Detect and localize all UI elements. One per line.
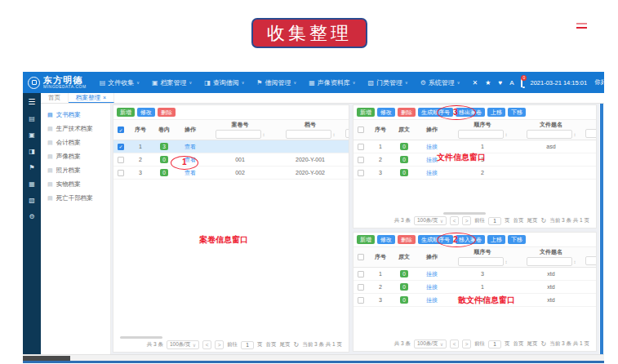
prev-page-button[interactable]: < bbox=[450, 216, 459, 225]
last-page-button[interactable]: 尾页 bbox=[527, 217, 538, 224]
table-row[interactable]: ✓ 1 3 查看 bbox=[113, 140, 349, 153]
row-checkbox[interactable] bbox=[118, 157, 124, 163]
nav-item-category-manage[interactable]: ▧ 门类管理 ∨ bbox=[367, 78, 407, 87]
refresh-icon[interactable]: ↻ bbox=[541, 340, 547, 348]
tab-home[interactable]: 首页 bbox=[41, 93, 69, 103]
add-button[interactable]: 新增 bbox=[357, 235, 375, 244]
delete-button[interactable]: 删除 bbox=[398, 235, 416, 244]
order-no-filter-input[interactable] bbox=[458, 130, 504, 139]
tree-item-production-tech[interactable]: ▤ 生产技术档案 bbox=[41, 122, 110, 135]
tree-item-accounting[interactable]: ▤ 会计档案 bbox=[41, 135, 110, 149]
add-button[interactable]: 新增 bbox=[357, 108, 375, 117]
table-row[interactable]: 3 0 查看 002 2020-Y-002 bbox=[113, 166, 349, 180]
notification-bell-icon[interactable]: 0 bbox=[521, 79, 522, 87]
move-down-button[interactable]: 下移 bbox=[508, 235, 526, 244]
view-link[interactable]: 查看 bbox=[185, 143, 196, 151]
cut-filter-input[interactable] bbox=[585, 256, 597, 265]
first-page-button[interactable]: 首页 bbox=[266, 341, 277, 348]
row-checkbox[interactable] bbox=[358, 284, 364, 291]
select-all-checkbox[interactable] bbox=[358, 127, 364, 133]
table-row[interactable]: 2 0 挂接 1 xtd bbox=[353, 281, 596, 294]
greeting-user[interactable]: 你好 管理员 bbox=[594, 78, 618, 87]
first-page-button[interactable]: 首页 bbox=[514, 340, 524, 348]
tree-item-audio-visual[interactable]: ▤ 声像档案 bbox=[41, 149, 110, 163]
edit-button[interactable]: 修改 bbox=[377, 108, 395, 117]
attach-link[interactable]: 挂接 bbox=[426, 296, 438, 304]
row-checkbox[interactable] bbox=[118, 170, 124, 176]
table-row[interactable]: 3 0 挂接 2 bbox=[353, 166, 596, 180]
theme-icon[interactable]: ♥ bbox=[498, 79, 502, 87]
first-page-button[interactable]: 首页 bbox=[514, 217, 524, 224]
tab-archive-organize[interactable]: 档案整理 × bbox=[69, 93, 114, 103]
last-page-button[interactable]: 尾页 bbox=[280, 341, 291, 348]
horizontal-scrollbar[interactable] bbox=[23, 354, 604, 361]
sort-icon[interactable]: ↕ bbox=[574, 132, 576, 137]
attach-link[interactable]: 挂接 bbox=[426, 283, 438, 291]
nav-item-search-borrow[interactable]: ◨ 查询借阅 ∨ bbox=[204, 78, 244, 87]
cut-filter-input[interactable] bbox=[345, 129, 349, 138]
page-number-input[interactable] bbox=[488, 217, 501, 225]
case-no-filter-input[interactable] bbox=[216, 130, 261, 139]
category-manage-icon[interactable]: ▧ bbox=[29, 198, 35, 204]
file-no-filter-input[interactable] bbox=[286, 130, 331, 139]
star-icon[interactable]: ★ bbox=[485, 79, 491, 87]
media-library-icon[interactable]: ▦ bbox=[29, 181, 35, 188]
tree-item-photo[interactable]: ▤ 照片档案 bbox=[41, 163, 110, 177]
move-up-button[interactable]: 上移 bbox=[487, 235, 505, 244]
delete-button[interactable]: 删除 bbox=[158, 108, 176, 117]
page-size-select[interactable]: 100条/页∨ bbox=[414, 216, 447, 225]
move-up-button[interactable]: 上移 bbox=[487, 108, 505, 117]
sort-icon[interactable]: ↕ bbox=[333, 132, 336, 137]
attach-link[interactable]: 挂接 bbox=[426, 169, 438, 177]
font-size-icon[interactable]: A bbox=[509, 79, 514, 87]
row-checkbox[interactable] bbox=[358, 297, 364, 304]
page-number-input[interactable] bbox=[488, 340, 501, 348]
nav-item-media-library[interactable]: ▦ 声像资料库 ∨ bbox=[309, 78, 355, 87]
table-row[interactable]: 2 0 查看 001 2020-Y-001 bbox=[113, 153, 349, 166]
row-checkbox[interactable] bbox=[358, 157, 364, 163]
table-hscroll-thumb[interactable] bbox=[443, 212, 486, 215]
next-page-button[interactable]: > bbox=[462, 216, 471, 225]
sort-icon[interactable]: ↕ bbox=[574, 260, 576, 264]
borrow-manage-icon[interactable]: ⚑ bbox=[29, 165, 34, 171]
edit-button[interactable]: 修改 bbox=[377, 235, 395, 244]
table-row[interactable]: 1 0 挂接 3 xtd bbox=[353, 268, 596, 281]
tree-item-physical[interactable]: ▤ 实物档案 bbox=[41, 177, 110, 191]
attach-link[interactable]: 挂接 bbox=[426, 156, 438, 164]
prev-page-button[interactable]: < bbox=[202, 340, 211, 349]
close-icon[interactable]: × bbox=[103, 95, 106, 100]
sort-icon[interactable]: ↕ bbox=[505, 260, 508, 264]
row-checkbox[interactable]: ✓ bbox=[118, 144, 124, 150]
nav-item-system-manage[interactable]: ⚙ 系统管理 ∨ bbox=[420, 78, 460, 87]
menu-icon[interactable]: ☰ bbox=[29, 98, 36, 106]
edit-button[interactable]: 修改 bbox=[137, 108, 155, 117]
view-link[interactable]: 查看 bbox=[185, 169, 196, 177]
system-manage-icon[interactable]: ⚙ bbox=[29, 214, 34, 220]
page-size-select[interactable]: 100条/页∨ bbox=[414, 340, 447, 348]
title-filter-input[interactable] bbox=[527, 257, 572, 266]
order-no-filter-input[interactable] bbox=[458, 257, 504, 266]
add-button[interactable]: 新增 bbox=[117, 108, 135, 117]
row-checkbox[interactable] bbox=[358, 170, 364, 176]
row-checkbox[interactable] bbox=[358, 271, 364, 277]
tree-item-deceased-cadre[interactable]: ▤ 死亡干部档案 bbox=[41, 191, 110, 205]
nav-item-archive-manage[interactable]: ▣ 档案管理 ∨ bbox=[152, 78, 192, 87]
archive-manage-icon[interactable]: ▣ bbox=[29, 132, 35, 139]
vertical-scrollbar[interactable] bbox=[600, 104, 603, 354]
search-borrow-icon[interactable]: ◨ bbox=[29, 149, 35, 155]
sort-icon[interactable]: ↕ bbox=[505, 132, 508, 137]
refresh-icon[interactable]: ↻ bbox=[294, 341, 300, 348]
attach-link[interactable]: 挂接 bbox=[426, 270, 438, 278]
title-filter-input[interactable] bbox=[527, 130, 572, 139]
nav-item-file-collect[interactable]: ▤ 文件收集 ∨ bbox=[100, 78, 140, 87]
tree-item-document-archive[interactable]: ▤ 文书档案 bbox=[41, 108, 110, 122]
file-collect-icon[interactable]: ▤ bbox=[29, 116, 35, 122]
refresh-icon[interactable]: ↻ bbox=[541, 217, 547, 224]
nav-item-borrow-manage[interactable]: ⚑ 借阅管理 ∨ bbox=[256, 78, 296, 87]
move-down-button[interactable]: 下移 bbox=[508, 108, 526, 117]
select-all-checkbox[interactable]: ✓ bbox=[118, 127, 124, 133]
page-number-input[interactable] bbox=[241, 341, 254, 349]
select-all-checkbox[interactable] bbox=[358, 254, 364, 260]
next-page-button[interactable]: > bbox=[462, 340, 471, 348]
row-checkbox[interactable] bbox=[358, 144, 364, 150]
